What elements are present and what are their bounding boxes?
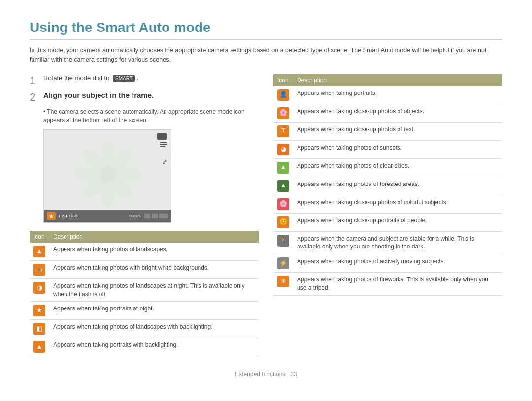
camera-bars: [160, 142, 167, 147]
right-desc-cell: Appears when taking close-up photos of t…: [293, 122, 502, 140]
right-table-row: 👤 Appears when taking portraits.: [273, 86, 502, 104]
right-scene-icon-8: 🚶: [277, 235, 289, 247]
right-scene-icon-9: ⚡: [277, 257, 289, 269]
right-icon-cell: ◕: [273, 140, 293, 158]
cam-bottom-fstop: F2.4 1/60: [59, 214, 126, 218]
right-icon-cell: T: [273, 122, 293, 140]
left-scene-icon-2: ◑: [33, 282, 45, 294]
right-scene-icon-2: T: [277, 125, 289, 137]
camera-preview: 2n F2.4 1/60 00001: [43, 129, 171, 223]
left-table-row: ◧ Appears when taking photos of landscap…: [30, 320, 259, 338]
right-scene-icon-5: ▲: [277, 180, 289, 192]
cam-bottom-right-icons: [144, 214, 168, 218]
step-1: 1 Rotate the mode dial to SMART .: [30, 74, 259, 87]
cam-small-icon-2: [152, 214, 158, 218]
camera-preview-bottom: F2.4 1/60 00001: [44, 210, 171, 222]
right-table-row: ✳ Appears when taking photos of firework…: [273, 273, 502, 296]
right-column: Icon Description 👤 Appears when taking p…: [273, 74, 502, 357]
right-scene-icon-4: ▲: [277, 162, 289, 174]
right-icon-cell: ⚡: [273, 254, 293, 273]
smart-badge: SMART: [113, 75, 135, 82]
right-icon-cell: ✳: [273, 273, 293, 296]
right-table-row: 🌸 Appears when taking close-up photos of…: [273, 104, 502, 122]
left-table-col1: Icon: [30, 231, 49, 243]
left-icon-cell: ◑: [30, 278, 49, 302]
left-desc-cell: Appears when taking portraits with backl…: [49, 338, 259, 356]
right-table-row: ▲ Appears when taking photos of forested…: [273, 177, 502, 195]
left-table-row: ▲ Appears when taking portraits with bac…: [30, 338, 259, 356]
right-icon-cell: 🚶: [273, 231, 293, 254]
left-table-row: ▭ Appears when taking photos with bright…: [30, 260, 259, 278]
left-scene-icon-3: ★: [33, 305, 45, 316]
right-desc-cell: Appears when taking portraits.: [293, 86, 502, 104]
right-desc-cell: Appears when taking photos of sunsets.: [293, 140, 502, 158]
intro-text: In this mode, your camera automatically …: [30, 46, 502, 64]
left-table-row: ★ Appears when taking portraits at night…: [30, 302, 259, 320]
right-icon-cell: 🌸: [273, 195, 293, 213]
footer-page: 33: [290, 371, 297, 378]
right-icon-cell: ▲: [273, 177, 293, 195]
right-table-col2: Description: [293, 74, 502, 86]
bullet-text: The camera selects a scene automatically…: [43, 108, 259, 124]
right-desc-cell: Appears when taking close-up photos of c…: [293, 195, 502, 213]
left-table: Icon Description ▲ Appears when taking p…: [30, 231, 259, 357]
cam-bottom-count: 00001: [129, 214, 141, 218]
right-table-row: 🌸 Appears when taking close-up photos of…: [273, 195, 502, 213]
left-table-row: ▲ Appears when taking photos of landscap…: [30, 243, 259, 261]
camera-icon-rect: [157, 133, 167, 140]
right-desc-cell: Appears when taking photos of clear skie…: [293, 158, 502, 177]
step-1-content: Rotate the mode dial to SMART .: [43, 74, 138, 82]
left-scene-icon-0: ▲: [33, 246, 45, 257]
right-table-row: ▲ Appears when taking photos of clear sk…: [273, 158, 502, 177]
left-desc-cell: Appears when taking photos of landscapes…: [49, 320, 259, 338]
page-title: Using the Smart Auto mode: [30, 20, 502, 40]
right-table-row: ◕ Appears when taking photos of sunsets.: [273, 140, 502, 158]
camera-preview-top-icons: 2n: [157, 133, 167, 165]
right-scene-icon-6: 🌸: [277, 198, 289, 210]
right-scene-icon-3: ◕: [277, 144, 289, 155]
right-desc-cell: Appears when taking close-up photos of o…: [293, 104, 502, 122]
right-scene-icon-7: 😊: [277, 216, 289, 228]
step-2: 2 Align your subject in the frame.: [30, 91, 259, 104]
left-scene-icon-1: ▭: [33, 264, 45, 276]
right-table-row: T Appears when taking close-up photos of…: [273, 122, 502, 140]
step-number-1: 1: [30, 74, 39, 87]
page-footer: Extended functions 33: [30, 371, 502, 378]
left-desc-cell: Appears when taking photos of landscapes…: [49, 243, 259, 261]
right-icon-cell: 👤: [273, 86, 293, 104]
right-desc-cell: Appears when taking photos of actively m…: [293, 254, 502, 273]
cam-bottom-scene-icon: [47, 212, 56, 220]
left-desc-cell: Appears when taking photos of landscapes…: [49, 278, 259, 302]
left-table-row: ◑ Appears when taking photos of landscap…: [30, 278, 259, 302]
left-scene-icon-4: ◧: [33, 323, 45, 335]
right-desc-cell: Appears when taking close-up portraits o…: [293, 213, 502, 231]
right-desc-cell: Appears when taking photos of fireworks.…: [293, 273, 502, 296]
cam-small-icon-1: [144, 214, 150, 218]
step-indicator: 2n: [163, 158, 167, 165]
right-icon-cell: ▲: [273, 158, 293, 177]
right-icon-cell: 😊: [273, 213, 293, 231]
left-scene-icon-5: ▲: [33, 341, 45, 353]
right-table-row: 🚶 Appears when the camera and subject ar…: [273, 231, 502, 254]
right-desc-cell: Appears when taking photos of forested a…: [293, 177, 502, 195]
left-icon-cell: ◧: [30, 320, 49, 338]
content-columns: 1 Rotate the mode dial to SMART . 2 Alig…: [30, 74, 502, 357]
left-icon-cell: ▲: [30, 243, 49, 261]
right-scene-icon-10: ✳: [277, 276, 289, 287]
left-icon-cell: ▭: [30, 260, 49, 278]
right-table-row: ⚡ Appears when taking photos of actively…: [273, 254, 502, 273]
right-scene-icon-1: 🌸: [277, 107, 289, 119]
left-icon-cell: ★: [30, 302, 49, 320]
left-column: 1 Rotate the mode dial to SMART . 2 Alig…: [30, 74, 259, 357]
right-table: Icon Description 👤 Appears when taking p…: [273, 74, 502, 296]
left-desc-cell: Appears when taking photos with bright w…: [49, 260, 259, 278]
right-table-row: 😊 Appears when taking close-up portraits…: [273, 213, 502, 231]
step-1-dot: .: [137, 74, 139, 82]
step-number-2: 2: [30, 91, 39, 104]
left-desc-cell: Appears when taking portraits at night.: [49, 302, 259, 320]
step-2-heading: Align your subject in the frame.: [43, 91, 154, 99]
left-table-col2: Description: [49, 231, 259, 243]
left-icon-cell: ▲: [30, 338, 49, 356]
flower-decoration: [64, 140, 152, 209]
right-desc-cell: Appears when the camera and subject are …: [293, 231, 502, 254]
